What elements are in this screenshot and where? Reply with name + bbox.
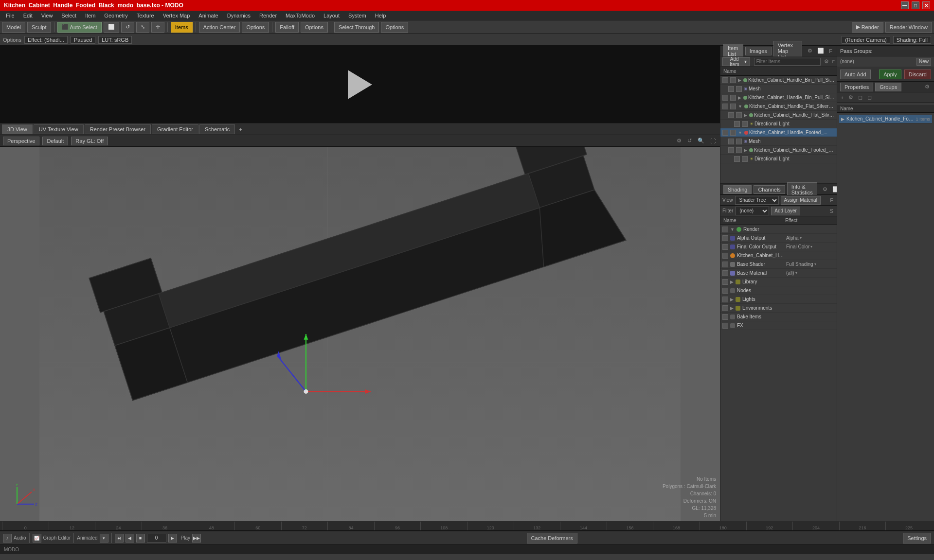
- shader-tree-item[interactable]: Nodes: [720, 286, 837, 295]
- eye-icon[interactable]: [722, 77, 728, 83]
- shader-tree-select[interactable]: Shader Tree: [735, 196, 779, 205]
- list-item[interactable]: ▶ Kitchen_Cabinet_Handle_Footed_Blac...: [720, 146, 837, 155]
- vp-settings-icon[interactable]: ⚙: [675, 138, 683, 144]
- eye-icon[interactable]: [728, 112, 734, 118]
- model-button[interactable]: Model: [2, 22, 25, 33]
- list-item[interactable]: ▶ Kitchen_Cabinet_Handle_Bin_Pull_Silver…: [720, 76, 837, 85]
- visibility-icon[interactable]: [742, 156, 748, 162]
- visibility-icon[interactable]: [736, 112, 742, 118]
- cache-deformers-button[interactable]: Cache Deformers: [527, 533, 577, 543]
- maximize-button[interactable]: □: [912, 1, 919, 9]
- frame-input[interactable]: [147, 534, 166, 542]
- menu-render[interactable]: Render: [255, 12, 281, 19]
- eye-icon[interactable]: [722, 235, 728, 241]
- item-list-filter-icon[interactable]: F: [827, 48, 834, 54]
- eye-icon[interactable]: [722, 288, 728, 294]
- shader-tree-item[interactable]: FX: [720, 321, 837, 330]
- group-item[interactable]: ▶ Kitchen_Cabinet_Handle_Foo... 1 Items: [839, 115, 932, 123]
- tab-schematic[interactable]: Schematic: [199, 124, 235, 134]
- assign-material-button[interactable]: Assign Material: [781, 196, 821, 205]
- sculpt-button[interactable]: Sculpt: [27, 22, 51, 33]
- list-item[interactable]: ▶ Kitchen_Cabinet_Handle_Bin_Pull_Silv..…: [720, 93, 837, 102]
- skip-start-button[interactable]: ⏮: [115, 534, 124, 542]
- tab-add[interactable]: +: [236, 126, 245, 132]
- eye-icon[interactable]: [722, 262, 728, 267]
- shading-f-icon[interactable]: F: [828, 197, 835, 203]
- tab-gradient-editor[interactable]: Gradient Editor: [152, 124, 198, 134]
- shading-settings-icon[interactable]: ⚙: [821, 186, 829, 192]
- visibility-icon[interactable]: [736, 139, 742, 144]
- list-item[interactable]: ▶ Kitchen_Cabinet_Handle_Flat_Silver (2): [720, 111, 837, 120]
- eye-icon[interactable]: [722, 270, 728, 276]
- tab-groups[interactable]: Groups: [875, 83, 901, 91]
- shader-tree-item[interactable]: Base Shader Full Shading ▾: [720, 260, 837, 269]
- shader-tree-item[interactable]: ▶ Environments: [720, 304, 837, 313]
- visibility-icon[interactable]: [736, 86, 742, 92]
- move-button[interactable]: ✛: [151, 22, 164, 33]
- prev-frame-button[interactable]: ◀: [126, 534, 134, 542]
- visibility-icon[interactable]: [730, 130, 736, 136]
- auto-select-button[interactable]: ⬛ Auto Select: [57, 22, 102, 33]
- list-item[interactable]: ☀ Directional Light: [720, 120, 837, 128]
- eye-icon[interactable]: [722, 305, 728, 311]
- transform-button[interactable]: ⬜: [104, 22, 119, 33]
- filter-s-icon[interactable]: S: [828, 208, 835, 214]
- tab-images[interactable]: Images: [745, 47, 772, 55]
- vp-search-icon[interactable]: 🔍: [696, 138, 706, 144]
- eye-icon[interactable]: [722, 95, 728, 101]
- eye-icon[interactable]: [722, 227, 728, 232]
- filter-select[interactable]: (none): [735, 207, 769, 215]
- falloff-button[interactable]: Falloff: [275, 22, 299, 33]
- render-window-button[interactable]: Render Window: [885, 22, 932, 33]
- prop-settings-icon[interactable]: ⚙: [923, 84, 931, 90]
- eye-icon[interactable]: [734, 121, 740, 127]
- groups-icon4[interactable]: ◻: [866, 94, 873, 101]
- tab-3d-view[interactable]: 3D View: [2, 124, 33, 134]
- groups-icon3[interactable]: ◻: [857, 94, 864, 101]
- eye-icon[interactable]: [734, 156, 740, 162]
- groups-add-icon[interactable]: +: [839, 95, 845, 101]
- settings-button[interactable]: Settings: [903, 533, 931, 543]
- visibility-icon[interactable]: [736, 147, 742, 153]
- eye-icon[interactable]: [722, 244, 728, 250]
- preview-play-button[interactable]: [345, 70, 375, 99]
- eye-icon[interactable]: [722, 279, 728, 285]
- shader-tree-item[interactable]: ▶ Lights: [720, 295, 837, 304]
- menu-texture[interactable]: Texture: [133, 12, 158, 19]
- menu-help[interactable]: Help: [371, 12, 390, 19]
- groups-settings-icon2[interactable]: ⚙: [847, 94, 855, 101]
- eye-icon[interactable]: [722, 314, 728, 320]
- tab-info-statistics[interactable]: Info & Statistics: [787, 182, 817, 197]
- visibility-icon[interactable]: [730, 104, 736, 109]
- visibility-icon[interactable]: [730, 77, 736, 83]
- menu-geometry[interactable]: Geometry: [100, 12, 131, 19]
- stop-button[interactable]: ■: [136, 534, 145, 542]
- select-options-button[interactable]: Options: [381, 22, 408, 33]
- menu-edit[interactable]: Edit: [19, 12, 36, 19]
- menu-view[interactable]: View: [37, 12, 57, 19]
- list-item[interactable]: ▣ Mesh: [720, 137, 837, 146]
- ray-gl-button[interactable]: Ray GL: Off: [71, 137, 108, 145]
- tab-uv-texture[interactable]: UV Texture View: [34, 124, 84, 134]
- auto-add-button[interactable]: Auto Add: [840, 70, 871, 79]
- menu-system[interactable]: System: [344, 12, 370, 19]
- eye-icon[interactable]: [722, 323, 728, 329]
- close-button[interactable]: ✕: [922, 1, 930, 9]
- shader-tree-item[interactable]: Bake Items: [720, 313, 837, 321]
- tab-channels[interactable]: Channels: [754, 185, 785, 194]
- tab-shading[interactable]: Shading: [723, 185, 752, 194]
- rotate-button[interactable]: ↺: [121, 22, 134, 33]
- vp-expand-icon[interactable]: ⛶: [709, 138, 717, 144]
- shader-tree-item[interactable]: Alpha Output Alpha ▾: [720, 234, 837, 243]
- render-button[interactable]: ▶ Render: [852, 22, 883, 33]
- shading-mode-button[interactable]: Default: [42, 137, 68, 145]
- menu-select[interactable]: Select: [57, 12, 80, 19]
- eye-icon[interactable]: [722, 130, 728, 136]
- apply-button[interactable]: Apply: [879, 70, 901, 79]
- vp-reset-icon[interactable]: ↺: [686, 138, 693, 144]
- item-list-settings-icon[interactable]: ⚙: [806, 48, 814, 54]
- visibility-icon[interactable]: [730, 95, 736, 101]
- shader-tree-item[interactable]: Base Material (all) ▾: [720, 269, 837, 278]
- select-through-button[interactable]: Select Through: [334, 22, 379, 33]
- items-button[interactable]: Items: [171, 22, 193, 33]
